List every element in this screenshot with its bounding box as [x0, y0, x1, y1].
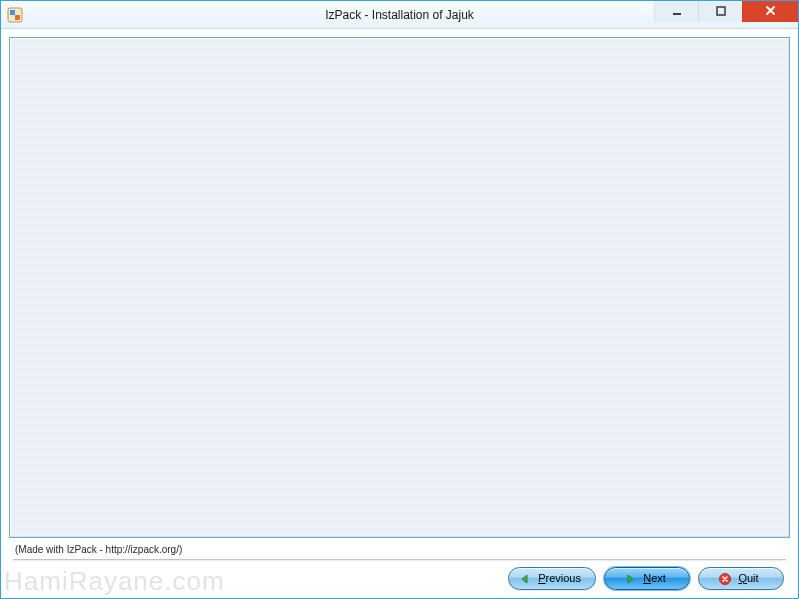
footer-divider	[13, 559, 786, 561]
window-controls	[654, 1, 798, 28]
svg-rect-1	[10, 10, 15, 15]
footer: (Made with IzPack - http://izpack.org/) …	[9, 538, 790, 594]
next-button[interactable]: Next	[604, 567, 690, 590]
arrow-right-icon	[622, 571, 638, 587]
previous-button[interactable]: Previous	[508, 567, 596, 590]
content-area: (Made with IzPack - http://izpack.org/) …	[1, 29, 798, 598]
quit-icon	[717, 571, 733, 587]
quit-label: Quit	[738, 572, 758, 584]
maximize-icon	[716, 6, 726, 18]
minimize-icon	[672, 6, 682, 18]
minimize-button[interactable]	[654, 1, 698, 22]
button-row: Previous Next	[13, 567, 786, 592]
credit-text: (Made with IzPack - http://izpack.org/)	[13, 544, 786, 557]
main-panel	[9, 37, 790, 538]
quit-button[interactable]: Quit	[698, 567, 784, 590]
maximize-button[interactable]	[698, 1, 742, 22]
close-icon	[765, 5, 776, 18]
close-button[interactable]	[742, 1, 798, 22]
next-label: Next	[643, 572, 666, 584]
svg-rect-2	[15, 15, 20, 20]
titlebar: IzPack - Installation of Jajuk	[1, 1, 798, 29]
installer-window: IzPack - Installation of Jajuk	[0, 0, 799, 599]
svg-rect-4	[717, 7, 725, 15]
arrow-left-icon	[517, 571, 533, 587]
previous-label: Previous	[538, 572, 581, 584]
svg-rect-3	[673, 13, 681, 15]
app-icon	[7, 7, 23, 23]
